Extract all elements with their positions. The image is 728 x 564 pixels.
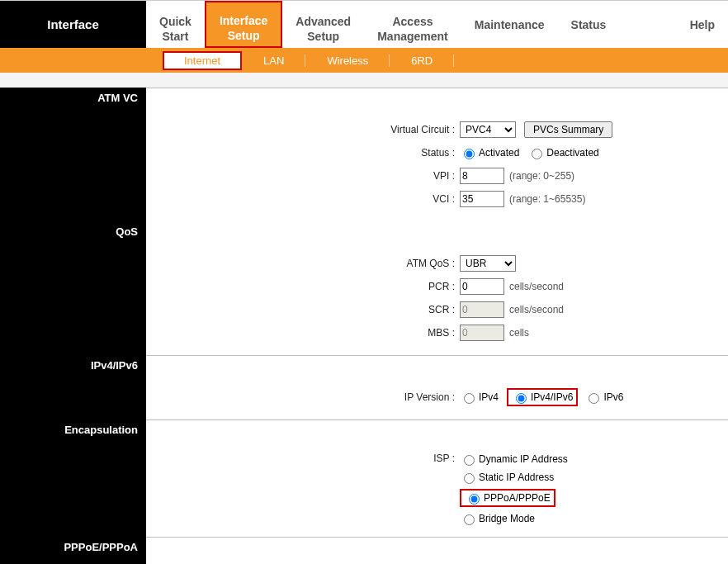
isp-dynamic-input[interactable] (464, 455, 475, 466)
atmqos-label: ATM QoS : (146, 258, 460, 269)
isp-dynamic-radio[interactable]: Dynamic IP Address (460, 453, 568, 466)
vci-range: (range: 1~65535) (509, 193, 585, 205)
encap-form: ISP : Dynamic IP Address Static IP Addre… (146, 441, 728, 537)
status-activated-text: Activated (479, 147, 519, 159)
section-header-atm-vc: ATM VC (0, 88, 146, 109)
tab-advanced-setup[interactable]: Advanced Setup (282, 1, 364, 48)
ipv4-text: IPv4 (479, 391, 499, 403)
pcr-label: PCR : (146, 281, 460, 292)
vci-label: VCI : (146, 193, 460, 205)
section-header-qos: QoS (0, 221, 146, 243)
isp-pppoa-input[interactable] (469, 494, 480, 505)
vci-input[interactable] (460, 191, 504, 207)
tab-status[interactable]: Status (558, 1, 620, 48)
atmqos-select[interactable]: UBR (460, 255, 516, 272)
section-header-pppoe: PPPoE/PPPoA (0, 537, 146, 558)
status-label: Status : (146, 147, 460, 159)
ipv4ipv6-highlight: IPv4/IPv6 (507, 388, 578, 406)
pcr-unit: cells/second (509, 281, 564, 292)
vc-label: Virtual Circuit : (146, 124, 460, 135)
main-tabs: Quick Start Interface Setup Advanced Set… (146, 1, 728, 48)
mbs-label: MBS : (146, 327, 460, 339)
ipv4-input[interactable] (464, 393, 475, 404)
section-header-pppoe-right (146, 537, 728, 558)
subnav-spacer (0, 48, 146, 73)
gap-right (146, 73, 728, 88)
section-header-ipversion-right (146, 355, 728, 377)
subnav-lan[interactable]: LAN (242, 51, 305, 70)
vpi-range: (range: 0~255) (509, 170, 574, 182)
section-header-qos-right (146, 221, 728, 243)
tab-interface-setup[interactable]: Interface Setup (205, 1, 282, 48)
ipversion-label: IP Version : (146, 391, 460, 403)
top-bar: Interface Quick Start Interface Setup Ad… (0, 0, 728, 48)
brand-title: Interface (0, 1, 146, 48)
scr-unit: cells/second (509, 304, 564, 315)
isp-pppoa-radio[interactable]: PPPoA/PPPoE (465, 491, 551, 505)
ipv6-text: IPv6 (603, 391, 623, 403)
ipv4ipv6-radio[interactable]: IPv4/IPv6 (512, 391, 573, 404)
status-deactivated-radio[interactable]: Deactivated (527, 146, 598, 159)
status-deactivated-input[interactable] (532, 149, 542, 159)
atm-form: Virtual Circuit : PVC4 PVCs Summary Stat… (146, 109, 728, 221)
isp-pppoa-highlight: PPPoA/PPPoE (460, 489, 555, 507)
isp-pppoa-text: PPPoA/PPPoE (484, 492, 551, 504)
subnav-6rd[interactable]: 6RD (390, 51, 454, 70)
tab-help[interactable]: Help (677, 1, 728, 48)
mbs-unit: cells (509, 327, 529, 339)
isp-static-radio[interactable]: Static IP Address (460, 471, 568, 484)
status-activated-radio[interactable]: Activated (460, 146, 519, 159)
pcr-input[interactable] (460, 278, 504, 295)
tab-access-management[interactable]: Access Management (364, 1, 461, 48)
status-activated-input[interactable] (464, 149, 475, 159)
virtual-circuit-select[interactable]: PVC4 (460, 121, 516, 138)
section-header-encapsulation: Encapsulation (0, 419, 146, 441)
scr-label: SCR : (146, 304, 460, 315)
subnav-internet[interactable]: Internet (163, 51, 242, 70)
ipv4-radio[interactable]: IPv4 (460, 391, 499, 404)
side-ipver (0, 377, 146, 419)
ipver-form: IP Version : IPv4 IPv4/IPv6 IPv6 (146, 377, 728, 419)
section-header-encapsulation-right (146, 419, 728, 441)
side-atm (0, 109, 146, 221)
ipv4ipv6-input[interactable] (516, 393, 527, 404)
isp-dynamic-text: Dynamic IP Address (479, 453, 568, 465)
section-header-ipversion: IPv4/IPv6 (0, 355, 146, 377)
isp-options: Dynamic IP Address Static IP Address PPP… (460, 451, 576, 525)
isp-bridge-radio[interactable]: Bridge Mode (460, 512, 568, 525)
scr-input (460, 301, 504, 318)
isp-bridge-input[interactable] (464, 514, 475, 525)
section-header-atm-vc-right (146, 88, 728, 109)
isp-label: ISP : (146, 451, 460, 464)
ipv6-input[interactable] (589, 393, 599, 404)
isp-static-text: Static IP Address (479, 472, 554, 483)
side-qos (0, 243, 146, 355)
vpi-label: VPI : (146, 170, 460, 182)
side-pppoe (0, 558, 146, 564)
pvcs-summary-button[interactable]: PVCs Summary (524, 121, 612, 138)
isp-static-input[interactable] (464, 473, 475, 484)
gap-left (0, 73, 146, 88)
side-encap (0, 441, 146, 537)
mbs-input (460, 325, 504, 341)
tab-maintenance[interactable]: Maintenance (461, 1, 558, 48)
pppoe-form: Servicename : Username : Password : (146, 558, 728, 564)
subnav-wireless[interactable]: Wireless (305, 51, 390, 70)
qos-form: ATM QoS : UBR PCR : cells/second SCR : c… (146, 243, 728, 355)
ipv6-radio[interactable]: IPv6 (584, 391, 623, 404)
tab-quick-start[interactable]: Quick Start (146, 1, 205, 48)
sub-nav: Internet LAN Wireless 6RD (146, 48, 728, 73)
ipv4ipv6-text: IPv4/IPv6 (531, 391, 573, 403)
sub-nav-bar: Internet LAN Wireless 6RD (0, 48, 728, 73)
vpi-input[interactable] (460, 168, 504, 184)
isp-bridge-text: Bridge Mode (479, 513, 535, 524)
status-deactivated-text: Deactivated (546, 147, 598, 159)
